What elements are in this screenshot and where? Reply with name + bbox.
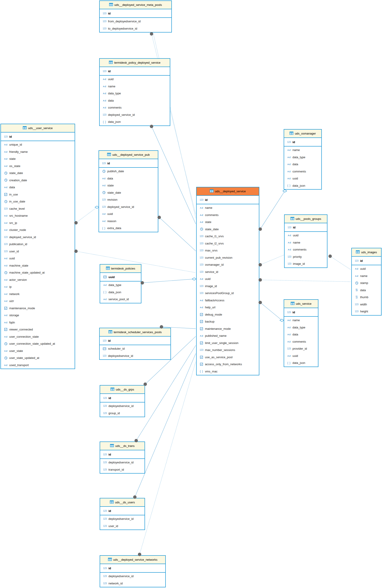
table-header[interactable]: uds__deployed_service <box>197 187 259 196</box>
table-header[interactable]: uds__pools_groups <box>285 215 327 223</box>
text-type-icon: A-Z <box>198 278 205 280</box>
field-label: osmanager_id <box>205 263 224 266</box>
table-field-row: { }data_json <box>284 182 321 189</box>
table-header[interactable]: uds__ds_users <box>100 498 145 507</box>
table-header[interactable]: uds__deployed_service_networks <box>100 556 165 564</box>
field-label: debug_mode <box>205 313 222 316</box>
field-label: used_transport <box>9 363 29 367</box>
numeric-type-icon: 123 <box>286 263 292 265</box>
field-label: uuid <box>292 177 298 180</box>
text-type-icon: A-Z <box>198 214 205 216</box>
table-uds__deployed_service_pub[interactable]: uds__deployed_service_pub123idpublish_da… <box>98 150 158 232</box>
numeric-type-icon: 123 <box>101 355 108 357</box>
table-field-row: maintenance_mode <box>197 325 259 333</box>
text-type-icon: A-Z <box>101 177 107 180</box>
table-header[interactable]: termidesk_policy_deployed_service <box>100 59 170 67</box>
table-field-row: use_as_service_pool <box>197 354 259 361</box>
table-header[interactable]: uds_service <box>284 300 318 308</box>
text-type-icon: A-Z <box>354 275 360 277</box>
table-uds__pools_groups[interactable]: uds__pools_groups123idA-ZuuidA-ZnameA-Zc… <box>284 214 327 268</box>
table-termidesk_policies[interactable]: termidesk_policiesuuidA-Zdata_type{ }dat… <box>100 264 141 303</box>
numeric-type-icon: 123 <box>102 525 108 527</box>
table-termidesk_policy_deployed_service[interactable]: termidesk_policy_deployed_service123idA-… <box>99 58 170 126</box>
table-termidesk_scheduler_services_pools[interactable]: termidesk_scheduler_services_pools123ids… <box>99 328 171 360</box>
numeric-type-icon: 123 <box>102 582 108 585</box>
text-type-icon: A-Z <box>3 257 9 260</box>
table-field-row: A-Zactor_version <box>1 276 75 284</box>
table-field-row: access_only_from_networks <box>197 361 259 368</box>
numeric-type-icon: 123 <box>286 347 292 350</box>
boolean-type-icon <box>198 363 205 366</box>
table-header[interactable]: uds__ds_grps <box>100 385 145 394</box>
table-uds__ds_grps[interactable]: uds__ds_grps123id123deployedservice_id12… <box>100 385 145 417</box>
primary-key-label: id <box>292 311 295 314</box>
primary-key-row: 123id <box>100 9 171 18</box>
table-field-row: 123priority <box>285 253 327 260</box>
table-field-row: A-Zstate <box>1 155 75 163</box>
field-label: user_state <box>9 349 23 353</box>
field-label: data_json <box>108 120 121 124</box>
numeric-type-icon: 123 <box>354 260 360 262</box>
table-header[interactable]: termidesk_policies <box>100 265 141 273</box>
numeric-type-icon: 123 <box>3 236 9 238</box>
field-label: friendly_name <box>9 150 28 153</box>
table-header[interactable]: uds__user_service <box>1 124 75 132</box>
datetime-type-icon <box>198 228 205 231</box>
table-header[interactable]: termidesk_scheduler_services_pools <box>100 328 171 336</box>
table-uds_images[interactable]: uds_images123idA-ZuuidA-Znamestamp0110da… <box>351 248 382 315</box>
table-field-row: A-Zcomments <box>100 104 170 111</box>
text-type-icon: A-Z <box>3 350 9 352</box>
table-uds_osmanager[interactable]: uds_osmanager123idA-ZnameA-Zdata_typeA-Z… <box>284 129 322 189</box>
field-label: name <box>292 148 300 152</box>
json-type-icon: { } <box>286 184 292 187</box>
table-header[interactable]: uds_images <box>352 248 381 257</box>
table-field-row: 123deployed_service_id <box>99 203 158 210</box>
field-label: deployed_service_id <box>107 205 134 209</box>
datetime-type-icon <box>3 342 9 345</box>
field-label: service_pool_id <box>108 297 129 301</box>
field-label: state_date <box>205 228 219 231</box>
field-label: cache_level <box>9 207 25 210</box>
table-icon <box>23 126 27 130</box>
numeric-type-icon: 123 <box>101 114 108 116</box>
table-header[interactable]: uds_osmanager <box>284 129 321 138</box>
field-label: state <box>9 157 16 161</box>
table-uds__ds_users[interactable]: uds__ds_users123id123deployedservice_id1… <box>100 498 145 530</box>
table-field-row: A-Zmachine_state <box>1 262 75 269</box>
text-type-icon: A-Z <box>3 264 9 267</box>
table-title: uds__deployed_service <box>215 189 246 193</box>
table-uds__deployed_service_networks[interactable]: uds__deployed_service_networks123id123de… <box>100 555 166 587</box>
field-label: name <box>205 206 212 210</box>
numeric-type-icon: 123 <box>354 310 360 313</box>
table-field-row: state_date <box>99 189 158 196</box>
field-label: data <box>292 333 298 336</box>
table-field-row: A-Zsrc_ip <box>1 219 75 227</box>
field-label: servicesPoolGroup_id <box>205 291 234 295</box>
primary-key-row: uuid <box>100 273 141 281</box>
table-uds__user_service[interactable]: uds__user_service123idA-Zunique_idA-Zfri… <box>0 124 75 369</box>
primary-key-label: id <box>108 453 111 456</box>
primary-key-row: 123id <box>352 257 381 265</box>
field-label: uuid <box>292 234 299 237</box>
text-type-icon: A-Z <box>3 222 9 224</box>
table-header[interactable]: uds__deployed_service_pub <box>99 151 158 159</box>
numeric-type-icon: 123 <box>198 256 205 259</box>
table-uds__ds_trans[interactable]: uds__ds_trans123id123deployedservice_id1… <box>100 441 145 474</box>
table-header[interactable]: uds__ds_trans <box>100 442 145 450</box>
field-label: vms_mac <box>205 370 218 373</box>
table-uds__deployed_service_meta_pools[interactable]: uds__deployed_service_meta_pools123id123… <box>99 0 172 33</box>
json-type-icon: { } <box>102 291 108 294</box>
numeric-type-icon: 123 <box>198 249 205 252</box>
table-field-row: user_state_updated_at <box>1 354 75 362</box>
field-label: uuid <box>205 277 211 281</box>
field-label: published_name <box>205 334 226 337</box>
primary-key-label: id <box>205 198 208 202</box>
table-uds_service[interactable]: uds_service123idA-ZnameA-Zdata_typeA-Zda… <box>284 299 318 367</box>
table-field-row: 123revision <box>99 196 158 203</box>
primary-key-row: 123id <box>100 336 171 345</box>
text-type-icon: A-Z <box>354 268 360 270</box>
table-uds__deployed_service[interactable]: uds__deployed_service123idA-ZnameA-Zcomm… <box>196 187 259 375</box>
json-type-icon: { } <box>198 370 205 373</box>
table-header[interactable]: uds__deployed_service_meta_pools <box>100 1 171 9</box>
table-field-row: machine_state_updated_at <box>1 269 75 276</box>
